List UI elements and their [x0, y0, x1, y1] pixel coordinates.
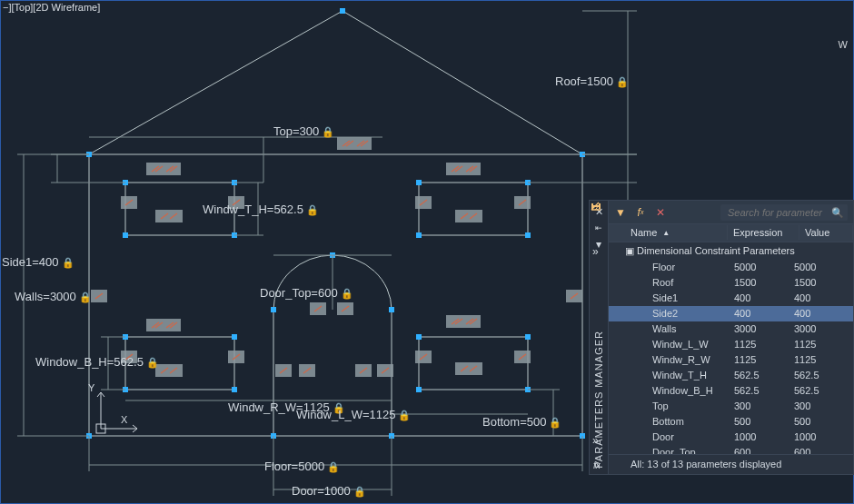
param-icon [636, 323, 649, 334]
col-value[interactable]: Value [799, 225, 853, 240]
param-value: 1125 [794, 339, 853, 350]
svg-rect-88 [446, 315, 481, 328]
svg-rect-23 [525, 334, 531, 340]
param-value: 400 [794, 308, 853, 319]
dim-roof[interactable]: Roof=1500🔒 [555, 74, 629, 88]
table-header[interactable]: Name▲ Expression Value [609, 223, 853, 242]
param-value: 1000 [794, 431, 853, 442]
delete-icon[interactable]: ✕ [654, 206, 667, 219]
param-value: 5000 [794, 262, 853, 272]
param-name: Windw_L_W [652, 339, 734, 350]
dim-floor[interactable]: Floor=5000🔒 [264, 460, 340, 473]
param-value: 400 [794, 292, 853, 303]
search-input[interactable] [726, 206, 831, 219]
param-name: Windw_R_W [652, 354, 734, 365]
param-icon [636, 400, 649, 411]
param-icon [636, 308, 649, 319]
panel-toolbar: ▼ fx ✕ 🔍 [609, 201, 853, 223]
param-row-walls[interactable]: Walls30003000 [609, 321, 853, 337]
param-value: 1500 [794, 277, 853, 288]
svg-rect-17 [525, 232, 531, 238]
dim-walls[interactable]: Walls=3000🔒 [15, 290, 92, 303]
param-row-floor[interactable]: Floor50005000 [609, 260, 853, 275]
param-name: Door [652, 431, 734, 442]
roof-line [89, 11, 582, 154]
param-row-door[interactable]: Door10001000 [609, 430, 853, 445]
param-icon [636, 431, 649, 442]
col-name[interactable]: Name [631, 227, 657, 238]
param-name: Window_B_H [652, 385, 734, 396]
param-icon [636, 385, 649, 396]
param-icon [636, 262, 649, 272]
param-name: Floor [652, 262, 734, 272]
svg-rect-58 [146, 163, 181, 175]
param-name: Door_Top [652, 447, 734, 454]
parameters-manager-panel[interactable]: ✕ ⇤ ▾ PARAMETERS MANAGER fx » » ▼ fx ✕ 🔍… [589, 200, 854, 475]
param-expr: 5000 [734, 262, 794, 272]
param-value: 1125 [794, 354, 853, 365]
param-row-windw_l_w[interactable]: Windw_L_W11251125 [609, 337, 853, 352]
param-icon [636, 277, 649, 288]
param-expr: 1500 [734, 277, 794, 288]
svg-rect-96 [455, 362, 482, 375]
param-expr: 562.5 [734, 370, 794, 380]
param-icon [636, 354, 649, 365]
param-row-window_b_h[interactable]: Window_B_H562.5562.5 [609, 383, 853, 399]
param-value: 562.5 [794, 385, 853, 396]
group-header[interactable]: ▣ Dimensional Constraint Parameters [609, 242, 853, 260]
param-name: Side2 [652, 308, 734, 319]
dim-side1[interactable]: Side1=400🔒 [2, 255, 74, 269]
col-expression[interactable]: Expression [728, 225, 799, 240]
param-row-side2[interactable]: Side2400400 [609, 306, 853, 321]
dim-win-th[interactable]: Windw_T_H=562.5🔒 [203, 203, 319, 216]
svg-rect-80 [455, 210, 482, 222]
param-row-side1[interactable]: Side1400400 [609, 291, 853, 306]
dim-door-top[interactable]: Door_Top=600🔒 [260, 286, 353, 300]
param-row-roof[interactable]: Roof15001500 [609, 275, 853, 291]
svg-rect-83 [146, 319, 181, 331]
dim-top[interactable]: Top=300🔒 [273, 124, 334, 138]
param-icon [636, 339, 649, 350]
param-expr: 1125 [734, 339, 794, 350]
param-row-windw_r_w[interactable]: Windw_R_W11251125 [609, 352, 853, 368]
svg-rect-14 [416, 180, 422, 185]
window-top-right [419, 183, 528, 235]
dim-door[interactable]: Door=1000🔒 [292, 484, 366, 498]
search-box[interactable]: 🔍 [720, 204, 848, 221]
param-expr: 1000 [734, 431, 794, 442]
param-row-door_top[interactable]: Door_Top600600 [609, 445, 853, 454]
fx-new-icon[interactable]: fx [634, 206, 647, 219]
param-expr: 500 [734, 416, 794, 427]
param-expr: 400 [734, 308, 794, 319]
svg-rect-8 [389, 307, 394, 312]
svg-rect-16 [416, 232, 422, 238]
fx-icon[interactable]: fx [593, 460, 601, 470]
svg-rect-24 [416, 387, 422, 392]
param-row-windw_t_h[interactable]: Windw_T_H562.5562.5 [609, 368, 853, 383]
param-expr: 300 [734, 400, 794, 411]
param-icon [636, 292, 649, 303]
panel-title: PARAMETERS MANAGER [593, 331, 604, 469]
param-row-bottom[interactable]: Bottom500500 [609, 414, 853, 430]
pin-icon[interactable]: ⇤ [595, 223, 602, 232]
param-value: 600 [794, 447, 853, 454]
constraint-markers [91, 137, 582, 377]
param-icon [636, 370, 649, 380]
dim-bottom[interactable]: Bottom=500🔒 [482, 415, 561, 429]
expand-top-icon[interactable]: » [592, 245, 599, 258]
filter-icon[interactable]: ▼ [614, 206, 627, 219]
svg-rect-77 [155, 210, 183, 222]
panel-sidebar: ✕ ⇤ ▾ PARAMETERS MANAGER [590, 201, 609, 474]
param-row-top[interactable]: Top300300 [609, 399, 853, 414]
expand-bottom-icon[interactable]: » [592, 434, 599, 447]
param-value: 500 [794, 416, 853, 427]
dim-win-bh[interactable]: Window_B_H=562.5🔒 [35, 355, 159, 369]
dim-win-lw[interactable]: Windw_L_W=1125🔒 [296, 408, 411, 421]
param-name: Roof [652, 277, 734, 288]
svg-rect-63 [446, 163, 481, 175]
param-icon [636, 447, 649, 454]
svg-rect-12 [123, 232, 128, 238]
param-expr: 562.5 [734, 385, 794, 396]
drawing-viewport[interactable]: −][Top][2D Wireframe] W [0, 0, 854, 504]
param-expr: 600 [734, 447, 794, 454]
